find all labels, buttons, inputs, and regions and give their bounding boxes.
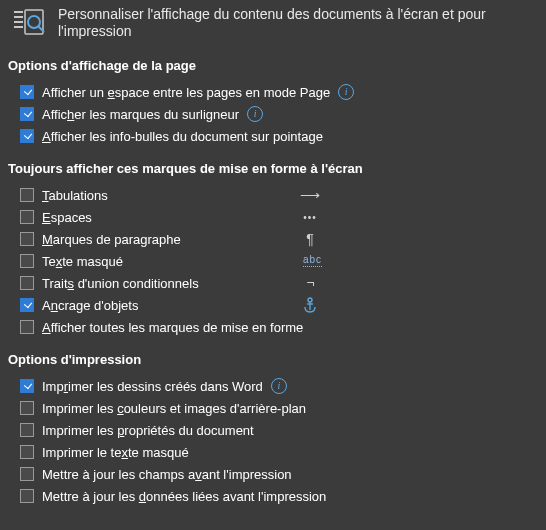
option-show-highlighter-marks: Afficher les marques du surligneur i xyxy=(20,103,546,125)
optional-hyphen-icon: ¬ xyxy=(295,275,325,291)
label-paragraph-marks[interactable]: Marques de paragraphe xyxy=(42,232,181,247)
option-optional-hyphens: Traits d'union conditionnels ¬ xyxy=(20,272,546,294)
label-update-linked-data[interactable]: Mettre à jour les données liées avant l'… xyxy=(42,489,326,504)
pilcrow-icon: ¶ xyxy=(295,231,325,247)
label-print-hidden-text[interactable]: Imprimer le texte masqué xyxy=(42,445,189,460)
option-print-background: Imprimer les couleurs et images d'arrièr… xyxy=(20,397,546,419)
checkbox-print-properties[interactable] xyxy=(20,423,34,437)
option-hidden-text: Texte masqué abc xyxy=(20,250,546,272)
formatting-marks-options: Tabulations ⟶ Espaces ••• Marques de par… xyxy=(0,184,546,344)
anchor-icon xyxy=(295,297,325,313)
label-hidden-text[interactable]: Texte masqué xyxy=(42,254,123,269)
svg-rect-0 xyxy=(14,11,23,13)
checkbox-show-all-marks[interactable] xyxy=(20,320,34,334)
option-paragraph-marks: Marques de paragraphe ¶ xyxy=(20,228,546,250)
label-optional-hyphens[interactable]: Traits d'union conditionnels xyxy=(42,276,199,291)
option-spaces: Espaces ••• xyxy=(20,206,546,228)
option-update-linked-data: Mettre à jour les données liées avant l'… xyxy=(20,485,546,507)
label-show-tooltips[interactable]: Afficher les info-bulles du document sur… xyxy=(42,129,323,144)
info-icon[interactable]: i xyxy=(247,106,263,122)
checkbox-print-hidden-text[interactable] xyxy=(20,445,34,459)
checkbox-hidden-text[interactable] xyxy=(20,254,34,268)
display-options-icon xyxy=(12,6,46,40)
option-update-fields: Mettre à jour les champs avant l'impress… xyxy=(20,463,546,485)
svg-rect-1 xyxy=(14,16,23,18)
header: Personnaliser l'affichage du contenu des… xyxy=(0,6,546,50)
option-tabs: Tabulations ⟶ xyxy=(20,184,546,206)
printing-options: Imprimer les dessins créés dans Word i I… xyxy=(0,375,546,513)
checkbox-paragraph-marks[interactable] xyxy=(20,232,34,246)
option-object-anchors: Ancrage d'objets xyxy=(20,294,546,316)
page-display-options: Afficher un espace entre les pages en mo… xyxy=(0,81,546,153)
option-show-tooltips: Afficher les info-bulles du document sur… xyxy=(20,125,546,147)
spaces-dots-icon: ••• xyxy=(295,212,325,223)
checkbox-update-linked-data[interactable] xyxy=(20,489,34,503)
label-spaces[interactable]: Espaces xyxy=(42,210,92,225)
svg-rect-2 xyxy=(14,21,23,23)
checkbox-print-background[interactable] xyxy=(20,401,34,415)
section-title-formatting-marks: Toujours afficher ces marques de mise en… xyxy=(0,153,546,184)
info-icon[interactable]: i xyxy=(271,378,287,394)
option-print-hidden-text: Imprimer le texte masqué xyxy=(20,441,546,463)
info-icon[interactable]: i xyxy=(338,84,354,100)
svg-rect-3 xyxy=(14,26,23,28)
checkbox-show-space-between-pages[interactable] xyxy=(20,85,34,99)
label-print-drawings[interactable]: Imprimer les dessins créés dans Word xyxy=(42,379,263,394)
label-show-highlighter-marks[interactable]: Afficher les marques du surligneur xyxy=(42,107,239,122)
option-print-properties: Imprimer les propriétés du document xyxy=(20,419,546,441)
section-title-page-display: Options d'affichage de la page xyxy=(0,50,546,81)
label-show-all-marks[interactable]: Afficher toutes les marques de mise en f… xyxy=(42,320,303,335)
checkbox-show-tooltips[interactable] xyxy=(20,129,34,143)
checkbox-update-fields[interactable] xyxy=(20,467,34,481)
label-show-space-between-pages[interactable]: Afficher un espace entre les pages en mo… xyxy=(42,85,330,100)
option-show-all-marks: Afficher toutes les marques de mise en f… xyxy=(20,316,546,338)
label-update-fields[interactable]: Mettre à jour les champs avant l'impress… xyxy=(42,467,292,482)
tab-arrow-icon: ⟶ xyxy=(295,187,325,203)
checkbox-show-highlighter-marks[interactable] xyxy=(20,107,34,121)
label-tabs[interactable]: Tabulations xyxy=(42,188,108,203)
label-print-properties[interactable]: Imprimer les propriétés du document xyxy=(42,423,254,438)
section-title-printing: Options d'impression xyxy=(0,344,546,375)
checkbox-print-drawings[interactable] xyxy=(20,379,34,393)
checkbox-tabs[interactable] xyxy=(20,188,34,202)
checkbox-spaces[interactable] xyxy=(20,210,34,224)
hidden-text-abc-icon: abc xyxy=(303,255,322,267)
checkbox-optional-hyphens[interactable] xyxy=(20,276,34,290)
label-print-background[interactable]: Imprimer les couleurs et images d'arrièr… xyxy=(42,401,306,416)
label-object-anchors[interactable]: Ancrage d'objets xyxy=(42,298,138,313)
page-title: Personnaliser l'affichage du contenu des… xyxy=(58,6,538,40)
svg-point-7 xyxy=(308,298,312,302)
checkbox-object-anchors[interactable] xyxy=(20,298,34,312)
option-show-space-between-pages: Afficher un espace entre les pages en mo… xyxy=(20,81,546,103)
option-print-drawings: Imprimer les dessins créés dans Word i xyxy=(20,375,546,397)
